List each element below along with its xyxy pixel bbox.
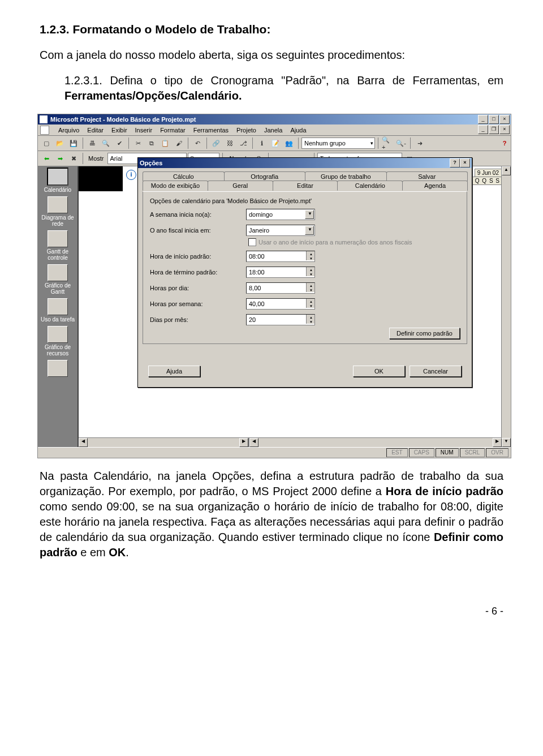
view-uso-tarefa[interactable]: Uso da tarefa — [38, 298, 77, 323]
nav-back-icon[interactable]: ⬅ — [40, 152, 53, 165]
spell-icon[interactable]: ✔ — [113, 137, 126, 149]
horizontal-scrollbar: ◀▶ ◀▶ — [79, 437, 502, 447]
tab-geral[interactable]: Geral — [208, 181, 273, 191]
dpm-input[interactable]: 20 ▲▼ — [246, 314, 315, 325]
dialog-tabs: Cálculo Ortografia Grupo de trabalho Sal… — [143, 171, 467, 191]
status-scrl: SCRL — [460, 448, 485, 457]
hpd-input[interactable]: 8,00 ▲▼ — [246, 282, 315, 294]
doc-minimize-button[interactable]: _ — [478, 125, 488, 134]
end-time-input[interactable]: 18:00 ▲▼ — [246, 267, 315, 278]
paste-icon[interactable]: 📋 — [159, 137, 171, 149]
view-calendario[interactable]: Calendário — [38, 167, 77, 193]
help-button[interactable]: Ajuda — [148, 366, 200, 377]
tab-ortografia[interactable]: Ortografia — [224, 171, 306, 181]
view-label: Uso da tarefa — [38, 316, 77, 323]
close-button[interactable]: × — [499, 115, 510, 124]
undo-icon[interactable]: ↶ — [191, 137, 204, 149]
menu-editar[interactable]: Editar — [87, 127, 104, 134]
dpm-value: 20 — [249, 316, 256, 323]
view-more[interactable] — [38, 360, 77, 378]
scroll-down-icon[interactable]: ▼ — [502, 438, 511, 447]
dpm-label: Dias por mês: — [150, 316, 246, 323]
window-buttons: _ □ × — [478, 115, 510, 124]
menu-ferramentas[interactable]: Ferramentas — [193, 127, 229, 134]
cancel-button[interactable]: Cancelar — [410, 366, 462, 377]
view-grafico-recursos[interactable]: Gráfico de recursos — [38, 326, 77, 356]
doc-close-button[interactable]: × — [499, 125, 510, 134]
nav-stop-icon[interactable]: ✖ — [67, 152, 80, 165]
menu-formatar[interactable]: Formatar — [160, 127, 186, 134]
hscroll-left[interactable]: ◀▶ — [79, 438, 248, 447]
goto-icon[interactable]: ➜ — [413, 137, 426, 149]
tab-editar[interactable]: Editar — [273, 181, 338, 191]
define-default-button[interactable]: Definir como padrão — [389, 328, 460, 339]
unlink-icon[interactable]: ⛓ — [223, 137, 236, 149]
week-start-label: A semana inicia no(a): — [150, 211, 246, 218]
vertical-scrollbar[interactable]: ▲ ▼ — [501, 166, 511, 447]
tab-calendario[interactable]: Calendário — [337, 181, 403, 191]
menu-ajuda[interactable]: Ajuda — [290, 127, 306, 134]
task-info-icon: i — [126, 170, 136, 180]
zoom-out-icon[interactable]: 🔍- — [395, 137, 407, 149]
preview-icon[interactable]: 🔍 — [100, 137, 112, 149]
cut-icon[interactable]: ✂ — [132, 137, 144, 149]
ok-button[interactable]: OK — [353, 366, 405, 377]
view-grafico-gantt[interactable]: Gráfico de Gantt — [38, 264, 77, 295]
notes-icon[interactable]: 📝 — [269, 137, 282, 149]
maximize-button[interactable]: □ — [489, 115, 499, 124]
menu-janela[interactable]: Janela — [264, 127, 282, 134]
document-icon — [40, 126, 49, 135]
view-label: Gantt de controle — [38, 248, 77, 261]
fy-start-combo[interactable]: Janeiro▼ — [246, 225, 315, 236]
view-label: Gráfico de Gantt — [38, 282, 77, 295]
copy-icon[interactable]: ⧉ — [145, 137, 158, 149]
tab-grupo-trabalho[interactable]: Grupo de trabalho — [305, 171, 387, 181]
timescale-date: 9 Jun 02 — [475, 169, 502, 177]
view-diagrama-rede[interactable]: Diagrama de rede — [38, 196, 77, 227]
hscroll-right[interactable]: ◀▶ — [248, 438, 502, 447]
split-icon[interactable]: ⎇ — [237, 137, 249, 149]
menu-arquivo[interactable]: Arquivo — [58, 127, 79, 134]
status-bar: EST CAPS NUM SCRL OVR — [38, 447, 511, 458]
tab-salvar[interactable]: Salvar — [386, 171, 468, 181]
scroll-up-icon[interactable]: ▲ — [502, 166, 511, 175]
new-icon[interactable]: ▢ — [40, 137, 53, 149]
dialog-close-button[interactable]: × — [460, 158, 470, 167]
assign-icon[interactable]: 👥 — [283, 137, 295, 149]
menu-projeto[interactable]: Projeto — [236, 127, 256, 134]
group-combo[interactable]: Nenhum grupo — [301, 138, 375, 149]
status-num: NUM — [436, 448, 459, 457]
link-icon[interactable]: 🔗 — [210, 137, 222, 149]
start-time-input[interactable]: 08:00 ▲▼ — [246, 251, 315, 262]
doc-restore-button[interactable]: ❐ — [489, 125, 499, 134]
screenshot: Microsoft Project - Modelo Básico de Pro… — [37, 114, 511, 458]
fy-checkbox-label: Usar o ano de início para a numeração do… — [258, 239, 412, 246]
menu-exibir[interactable]: Exibir — [111, 127, 127, 134]
hpw-input[interactable]: 40,00 ▲▼ — [246, 298, 315, 310]
tab-agenda[interactable]: Agenda — [402, 181, 468, 191]
workspace: Calendário Diagrama de rede Gantt de con… — [38, 166, 511, 447]
intro-text: Com a janela do nosso modelo aberta, sig… — [40, 48, 503, 63]
dialog-help-button[interactable]: ? — [450, 158, 460, 167]
info-icon[interactable]: ℹ — [256, 137, 268, 149]
print-icon[interactable]: 🖶 — [86, 137, 98, 149]
body-text-4: . — [126, 546, 129, 559]
view-gantt-controle[interactable]: Gantt de controle — [38, 230, 77, 261]
minimize-button[interactable]: _ — [478, 115, 488, 124]
fy-check-row: Usar o ano de início para a numeração do… — [248, 238, 460, 246]
step1-bold: Ferramentas/Opções/Calendário. — [64, 89, 242, 102]
group-label: Opções de calendário para 'Modelo Básico… — [150, 197, 460, 204]
app-title: Microsoft Project - Modelo Básico de Pro… — [50, 116, 478, 123]
open-icon[interactable]: 📂 — [54, 137, 66, 149]
menu-inserir[interactable]: Inserir — [135, 127, 153, 134]
tab-modo-exibicao[interactable]: Modo de exibição — [143, 181, 208, 191]
fy-checkbox[interactable] — [248, 238, 256, 246]
week-start-combo[interactable]: domingo▼ — [246, 209, 315, 220]
format-painter-icon[interactable]: 🖌 — [173, 137, 185, 149]
help-icon[interactable]: ? — [498, 137, 511, 149]
zoom-in-icon[interactable]: 🔍+ — [381, 137, 394, 149]
tab-calculo[interactable]: Cálculo — [143, 171, 225, 181]
nav-fwd-icon[interactable]: ➡ — [54, 152, 66, 165]
step1-text: 1.2.3.1. Defina o tipo de Cronograma "Pa… — [64, 74, 503, 87]
save-icon[interactable]: 💾 — [67, 137, 80, 149]
